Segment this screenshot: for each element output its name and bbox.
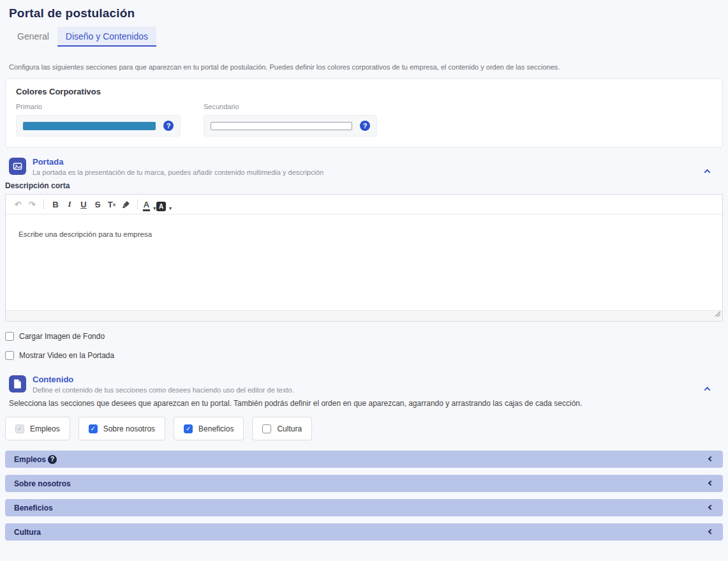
underline-glyph: U	[80, 200, 86, 209]
cultura-checkbox[interactable]: ✓	[262, 424, 271, 433]
contenido-title: Contenido	[33, 375, 294, 384]
bold-button[interactable]: B	[48, 197, 63, 211]
clear-format-glyph: T	[108, 200, 113, 209]
tab-diseno-y-contenidos[interactable]: Diseño y Contenidos	[57, 27, 156, 47]
sobre-nosotros-option-label: Sobre nosotros	[103, 424, 155, 433]
editor-toolbar: ↶ ↷ B I U S Tx A ▾ A ▾	[6, 195, 722, 214]
section-panel-beneficios[interactable]: Beneficios	[5, 499, 723, 516]
section-option-sobre-nosotros[interactable]: ✓ Sobre nosotros	[78, 417, 165, 440]
primary-color-field: Primario ?	[16, 103, 181, 137]
secondary-color-label: Secundario	[204, 103, 377, 110]
caret-down-icon: ▾	[153, 206, 156, 211]
text-color-button[interactable]: A ▾	[142, 197, 156, 211]
collapse-portada-chevron-up-icon[interactable]	[701, 165, 713, 177]
section-option-cultura[interactable]: ✓ Cultura	[252, 417, 312, 440]
undo-icon[interactable]: ↶	[11, 197, 25, 211]
strikethrough-glyph: S	[95, 200, 101, 209]
redo-icon[interactable]: ↷	[25, 197, 39, 211]
cultura-option-label: Cultura	[277, 424, 302, 433]
section-panel-sobre-nosotros[interactable]: Sobre nosotros	[5, 475, 723, 492]
italic-glyph: I	[68, 199, 71, 209]
tab-bar: General Diseño y Contenidos	[9, 27, 719, 47]
show-video-checkbox-row[interactable]: ✓ Mostrar Video en la Portada	[5, 351, 723, 360]
empleos-checkbox[interactable]: ✓	[15, 424, 24, 433]
sections-instruction: Selecciona las secciones que desees que …	[9, 399, 719, 408]
check-icon: ✓	[90, 426, 95, 432]
italic-button[interactable]: I	[63, 197, 77, 211]
help-icon[interactable]: ?	[48, 455, 57, 464]
description-rich-text-editor: ↶ ↷ B I U S Tx A ▾ A ▾ Escribe una descr…	[5, 194, 723, 322]
secondary-color-swatch[interactable]	[211, 122, 352, 130]
empleos-panel-label: Empleos	[14, 455, 46, 464]
clear-format-sub: x	[113, 202, 115, 207]
corporate-colors-title: Colores Corporativos	[11, 87, 717, 103]
upload-background-image-label: Cargar Imagen de Fondo	[19, 332, 105, 341]
portada-section-header: Portada La portada es la presentación de…	[9, 158, 719, 176]
collapse-contenido-chevron-up-icon[interactable]	[701, 383, 713, 394]
sobre-nosotros-panel-label: Sobre nosotros	[14, 479, 71, 488]
chevron-left-icon[interactable]	[708, 505, 713, 510]
caret-down-icon: ▾	[169, 206, 172, 211]
bg-color-glyph: A	[156, 202, 166, 211]
cultura-panel-label: Cultura	[14, 528, 41, 537]
toolbar-separator	[43, 199, 44, 209]
help-icon[interactable]: ?	[360, 121, 370, 131]
text-color-glyph: A	[143, 200, 150, 211]
cover-image-icon	[9, 158, 26, 175]
empleos-option-label: Empleos	[30, 424, 60, 433]
short-description-label: Descripción corta	[5, 181, 723, 190]
primary-color-picker[interactable]: ?	[16, 115, 181, 137]
secondary-color-picker[interactable]: ?	[204, 115, 377, 137]
section-panel-empleos[interactable]: Empleos ?	[5, 451, 723, 468]
intro-text: Configura las siguientes secciones para …	[9, 63, 719, 71]
secondary-color-field: Secundario ?	[204, 103, 377, 137]
section-option-beneficios[interactable]: ✓ Beneficios	[174, 417, 244, 440]
page-title: Portal de postulación	[0, 0, 728, 23]
contenido-section-header: Contenido Define el contenido de tus sec…	[9, 375, 719, 394]
show-video-checkbox[interactable]: ✓	[5, 351, 14, 360]
check-icon: ✓	[17, 426, 22, 432]
tab-general[interactable]: General	[9, 27, 57, 47]
contenido-subtitle: Define el contenido de tus secciones com…	[33, 386, 294, 394]
primary-color-label: Primario	[16, 103, 181, 110]
description-input[interactable]: Escribe una descripción para tu empresa	[6, 214, 722, 310]
clear-format-button[interactable]: Tx	[105, 197, 119, 211]
corporate-colors-card: Colores Corporativos Primario ? Secundar…	[5, 79, 723, 147]
chevron-left-icon[interactable]	[708, 456, 713, 461]
portada-subtitle: La portada es la presentación de tu marc…	[33, 168, 323, 176]
format-brush-icon[interactable]	[119, 197, 133, 211]
background-color-button[interactable]: A ▾	[156, 197, 172, 211]
beneficios-panel-label: Beneficios	[14, 504, 53, 512]
strikethrough-button[interactable]: S	[91, 197, 105, 211]
primary-color-swatch[interactable]	[23, 122, 156, 130]
section-options: ✓ Empleos ✓ Sobre nosotros ✓ Beneficios …	[5, 417, 723, 440]
underline-button[interactable]: U	[77, 197, 91, 211]
portada-title: Portada	[33, 158, 323, 167]
chevron-left-icon[interactable]	[708, 481, 713, 486]
beneficios-checkbox[interactable]: ✓	[184, 424, 193, 433]
sobre-nosotros-checkbox[interactable]: ✓	[89, 424, 98, 433]
help-icon[interactable]: ?	[163, 121, 174, 131]
beneficios-option-label: Beneficios	[198, 424, 234, 433]
upload-background-image-checkbox[interactable]: ✓	[5, 332, 14, 341]
section-panel-cultura[interactable]: Cultura	[5, 523, 723, 541]
check-icon: ✓	[186, 426, 191, 432]
document-icon	[9, 375, 26, 393]
editor-status-bar	[6, 310, 722, 321]
upload-background-image-checkbox-row[interactable]: ✓ Cargar Imagen de Fondo	[5, 332, 723, 341]
resize-handle[interactable]	[715, 308, 721, 320]
toolbar-separator	[137, 199, 138, 209]
show-video-label: Mostrar Video en la Portada	[19, 351, 114, 360]
chevron-left-icon[interactable]	[708, 529, 713, 534]
section-option-empleos[interactable]: ✓ Empleos	[5, 417, 70, 440]
